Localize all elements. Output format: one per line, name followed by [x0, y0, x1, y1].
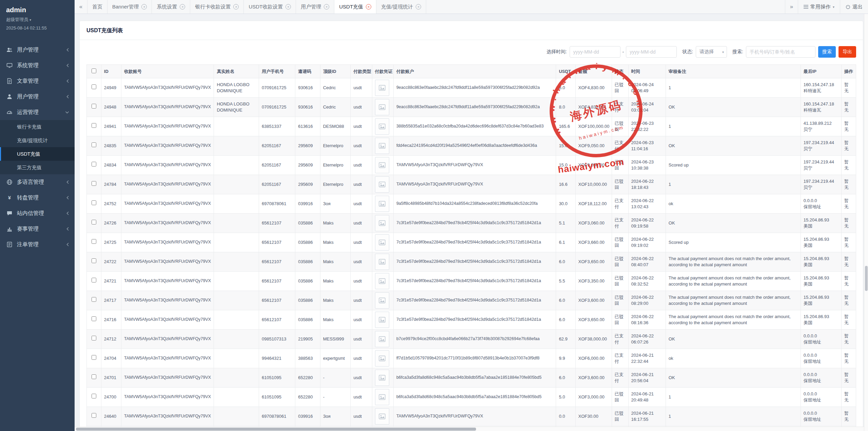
- row-checkbox[interactable]: [92, 258, 96, 263]
- row-checkbox[interactable]: [92, 142, 96, 147]
- tab-close-icon[interactable]: ×: [141, 4, 147, 9]
- tab-usdt-recharge[interactable]: USDT充值×: [334, 0, 376, 14]
- end-date-input[interactable]: [626, 46, 677, 58]
- cell-top-id: DESMO88: [320, 117, 351, 136]
- cell-time: 2024-06-2208:40:07: [628, 252, 666, 272]
- payment-voucher-thumbnail[interactable]: [375, 350, 389, 367]
- date-range-separator: -: [620, 49, 626, 55]
- row-checkbox[interactable]: [92, 162, 96, 166]
- row-checkbox[interactable]: [92, 316, 96, 321]
- sidebar-item-operation-mgmt[interactable]: 运营管理: [0, 104, 75, 120]
- row-checkbox[interactable]: [92, 297, 96, 302]
- tab-bank-collection-settings[interactable]: 银行卡收款设置×: [190, 0, 244, 14]
- row-checkbox[interactable]: [92, 374, 96, 379]
- sidebar-subitem-usdt-recharge[interactable]: USDT充值: [0, 147, 75, 161]
- payment-voucher-thumbnail[interactable]: [375, 331, 389, 347]
- sidebar-item-match-mgmt[interactable]: 赛事管理: [0, 221, 75, 237]
- horizontal-scrollbar-thumb[interactable]: [76, 428, 476, 431]
- row-checkbox[interactable]: [92, 84, 96, 89]
- row-checkbox[interactable]: [92, 239, 96, 244]
- start-date-input[interactable]: [570, 46, 620, 58]
- sidebar-item-user-mgmt[interactable]: 用户管理: [0, 42, 75, 58]
- row-checkbox[interactable]: [92, 336, 96, 340]
- cell-top-id: MESSI999: [320, 330, 351, 349]
- cell-usdt-amount: 8.0: [556, 98, 575, 117]
- search-button[interactable]: 搜索: [818, 46, 836, 58]
- sidebar-subitem-bank-recharge[interactable]: 银行卡充值: [0, 120, 75, 134]
- payment-voucher-thumbnail[interactable]: [375, 389, 389, 405]
- logout-button[interactable]: 退出: [840, 0, 868, 14]
- row-checkbox[interactable]: [92, 220, 96, 224]
- cell-id: 24835: [101, 136, 121, 156]
- row-checkbox[interactable]: [92, 104, 96, 109]
- column-header: 邀请码: [295, 65, 320, 78]
- payment-voucher-thumbnail[interactable]: [375, 273, 389, 289]
- tab-usdt-collection-settings[interactable]: USDT收款设置×: [244, 0, 296, 14]
- tab-close-icon[interactable]: ×: [366, 4, 371, 9]
- payment-voucher-thumbnail[interactable]: [375, 196, 389, 212]
- payment-voucher-thumbnail[interactable]: [375, 312, 389, 328]
- cell-time: 2024-06-2218:18:43: [628, 175, 666, 194]
- tab-bar: « 首页Banner管理×系统设置×银行卡收款设置×USDT收款设置×用户管理×…: [75, 0, 868, 14]
- vertical-scrollbar-thumb[interactable]: [865, 266, 868, 291]
- sidebar-item-article-mgmt[interactable]: 文章管理: [0, 73, 75, 89]
- cell-real-name: [214, 156, 259, 175]
- tab-close-icon[interactable]: ×: [180, 4, 185, 9]
- tabs-scroll-left-button[interactable]: «: [75, 0, 87, 14]
- row-checkbox[interactable]: [92, 413, 96, 418]
- select-all-checkbox[interactable]: [92, 68, 96, 73]
- sidebar-item-message-mgmt[interactable]: 站内信管理: [0, 205, 75, 221]
- sidebar-item-label: 注单管理: [17, 241, 66, 248]
- cell-top-id: -: [320, 368, 351, 388]
- payment-voucher-thumbnail[interactable]: [375, 292, 389, 309]
- payment-voucher-thumbnail[interactable]: [375, 99, 389, 115]
- row-checkbox[interactable]: [92, 181, 96, 186]
- tab-home[interactable]: 首页: [87, 0, 107, 14]
- row-checkbox[interactable]: [92, 200, 96, 205]
- payment-voucher-thumbnail[interactable]: [375, 138, 389, 154]
- cell-time: 2024-06-2208:29:00: [628, 291, 666, 310]
- tab-user-mgmt[interactable]: 用户管理×: [296, 0, 334, 14]
- action-none: 暂无: [844, 121, 849, 132]
- sidebar-subitem-recharge-withdraw-stats[interactable]: 充值/提现统计: [0, 134, 75, 147]
- sidebar-item-language-mgmt[interactable]: 多语言管理: [0, 174, 75, 190]
- common-operations-button[interactable]: 常用操作 ▾: [798, 0, 840, 14]
- search-input[interactable]: [746, 46, 815, 58]
- column-header: 金额: [575, 65, 612, 78]
- chevron-left-icon: [66, 196, 69, 200]
- payment-voucher-thumbnail[interactable]: [375, 234, 389, 251]
- cell-remark: 1: [666, 175, 801, 194]
- cell-last-ip: 15.204.86.93美国: [801, 252, 841, 272]
- sidebar-subitem-third-party-recharge[interactable]: 第三方充值: [0, 161, 75, 174]
- tab-close-icon[interactable]: ×: [416, 4, 421, 9]
- payment-voucher-thumbnail[interactable]: [375, 370, 389, 386]
- payment-voucher-thumbnail[interactable]: [375, 80, 389, 96]
- payment-voucher-thumbnail[interactable]: [375, 157, 389, 173]
- row-checkbox[interactable]: [92, 123, 96, 128]
- admin-role-dropdown[interactable]: 超级管理员▾: [6, 17, 68, 23]
- row-checkbox[interactable]: [92, 394, 96, 398]
- sidebar-item-wheel-mgmt[interactable]: ¥转盘管理: [0, 190, 75, 205]
- payment-voucher-thumbnail[interactable]: [375, 408, 389, 425]
- payment-voucher-thumbnail[interactable]: [375, 254, 389, 270]
- row-checkbox[interactable]: [92, 355, 96, 360]
- payment-voucher-thumbnail[interactable]: [375, 176, 389, 193]
- tab-banner-mgmt[interactable]: Banner管理×: [107, 0, 152, 14]
- row-checkbox[interactable]: [92, 278, 96, 282]
- tab-close-icon[interactable]: ×: [324, 4, 329, 9]
- cell-select: [87, 388, 101, 407]
- status-select[interactable]: 请选择 ▾: [696, 46, 727, 58]
- export-button[interactable]: 导出: [839, 46, 856, 58]
- sidebar-item-system-mgmt[interactable]: 系统管理: [0, 58, 75, 73]
- tabs-scroll-right-button[interactable]: »: [785, 0, 798, 14]
- tab-system-settings[interactable]: 系统设置×: [152, 0, 190, 14]
- user-icon: [5, 93, 14, 100]
- payment-voucher-thumbnail[interactable]: [375, 215, 389, 231]
- payment-voucher-thumbnail[interactable]: [375, 118, 389, 135]
- sidebar-item-member-mgmt[interactable]: 用户管理: [0, 89, 75, 104]
- sidebar-item-order-mgmt[interactable]: 注单管理: [0, 237, 75, 252]
- tab-close-icon[interactable]: ×: [285, 4, 291, 9]
- cell-invite-code: 039916: [295, 194, 320, 214]
- tab-close-icon[interactable]: ×: [233, 4, 239, 9]
- tab-recharge-withdraw-stats[interactable]: 充值/提现统计×: [376, 0, 426, 14]
